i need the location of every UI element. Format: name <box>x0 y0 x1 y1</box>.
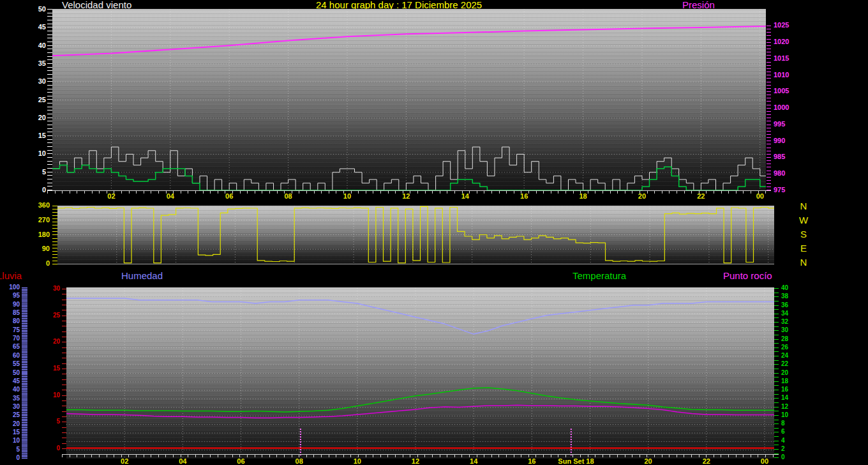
humidity-axis-tick-label: 80 <box>1 317 20 325</box>
temp-axis-tick-label: 24 <box>781 352 797 360</box>
wind-axis-tick-label: 10 <box>29 149 46 158</box>
compass-letter-n: N <box>798 201 809 211</box>
temp-axis-tick-label: 36 <box>781 301 797 309</box>
humidity-axis-tick-label: 75 <box>1 326 20 334</box>
wind-axis-tick-label: 25 <box>29 96 46 104</box>
hour-tick-label: 08 <box>281 192 296 201</box>
temp-axis-tick-label: 34 <box>781 310 797 317</box>
rain-axis-tick-label: 0 <box>41 445 60 452</box>
pressure-axis-tick-label: 1015 <box>774 54 795 63</box>
direction-axis-tick-label: 270 <box>31 216 50 224</box>
humidity-axis-tick-label: 90 <box>1 301 20 309</box>
temp-axis-tick-label: 38 <box>781 293 797 300</box>
sunset-label: Sun Set <box>552 457 590 465</box>
humidity-axis-tick-label: 45 <box>1 377 20 385</box>
temp-axis-tick-label: 0 <box>781 454 797 461</box>
rain-axis-tick-label: 25 <box>41 312 60 319</box>
pressure-right-axis-ruler <box>767 26 771 190</box>
hour-tick-label: 10 <box>340 192 355 201</box>
hour-tick-label: 00 <box>757 457 772 465</box>
compass-letter-w: W <box>798 215 809 225</box>
wind-axis-tick-label: 15 <box>29 132 46 140</box>
direction-axis-tick-label: 0 <box>31 259 50 268</box>
temp-axis-tick-label: 40 <box>781 284 797 292</box>
hour-tick-label: 20 <box>634 192 650 201</box>
pressure-axis-tick-label: 990 <box>774 137 795 145</box>
compass-letter-s: S <box>798 229 809 240</box>
rain-left-axis-ruler <box>62 289 66 450</box>
dew-point-label: Punto rocío <box>723 271 772 280</box>
humidity-axis-tick-label: 65 <box>1 343 20 351</box>
temp-axis-tick-label: 10 <box>781 411 797 419</box>
hour-tick-label: 00 <box>752 192 768 201</box>
humidity-axis-tick-label: 60 <box>1 352 20 360</box>
hour-tick-label: 18 <box>576 192 591 201</box>
temp-axis-tick-label: 32 <box>781 318 797 326</box>
humidity-axis-tick-label: 55 <box>1 360 20 368</box>
wind-axis-tick-label: 50 <box>29 5 46 13</box>
temp-axis-tick-label: 14 <box>781 394 797 402</box>
hour-tick-label: 20 <box>641 457 656 465</box>
graph-title: 24 hour graph day : 17 Diciembre 2025 <box>316 0 482 10</box>
pressure-axis-tick-label: 975 <box>774 186 795 194</box>
hour-tick-label: 16 <box>524 457 539 465</box>
pressure-axis-tick-label: 985 <box>774 153 795 161</box>
hour-tick-label: 06 <box>221 192 237 201</box>
humidity-axis-tick-label: 20 <box>1 420 20 428</box>
wind-axis-tick-label: 40 <box>29 42 46 50</box>
temp-axis-tick-label: 6 <box>781 428 797 436</box>
temp-axis-tick-label: 12 <box>781 403 797 411</box>
wind-axis-tick-label: 5 <box>29 168 46 176</box>
pressure-axis-tick-label: 1005 <box>774 87 795 95</box>
hour-tick-label: 14 <box>466 457 481 465</box>
rain-axis-tick-label: 10 <box>41 392 60 399</box>
rain-axis-tick-label: 15 <box>41 365 60 372</box>
rain-label: Lluvia <box>0 271 22 280</box>
humidity-left-axis-ruler <box>22 287 27 459</box>
hour-tick-label: 04 <box>163 192 178 201</box>
temp-axis-tick-label: 22 <box>781 360 797 368</box>
direction-left-axis-ruler <box>52 206 57 264</box>
direction-axis-tick-label: 180 <box>31 231 50 239</box>
humidity-label: Humedad <box>121 271 163 280</box>
temp-axis-tick-label: 30 <box>781 326 797 334</box>
compass-letter-e: E <box>798 243 809 254</box>
humidity-axis-tick-label: 40 <box>1 386 20 393</box>
hour-tick-label: 22 <box>693 192 708 201</box>
hour-tick-label: 22 <box>699 457 714 465</box>
humidity-axis-tick-label: 85 <box>1 309 20 317</box>
temp-axis-tick-label: 16 <box>781 386 797 393</box>
direction-axis-tick-label: 90 <box>31 245 50 253</box>
humidity-axis-tick-label: 0 <box>1 454 20 462</box>
temp-axis-tick-label: 26 <box>781 344 797 351</box>
hour-tick-label: 02 <box>117 457 132 465</box>
rain-axis-tick-label: 5 <box>41 418 60 425</box>
humidity-axis-tick-label: 15 <box>1 429 20 436</box>
hour-tick-label: 14 <box>458 192 473 201</box>
pressure-axis-tick-label: 1000 <box>774 103 795 112</box>
temp-axis-tick-label: 2 <box>781 445 797 453</box>
humidity-axis-tick-label: 25 <box>1 411 20 419</box>
hour-tick-label: 12 <box>398 192 414 201</box>
humidity-axis-tick-label: 30 <box>1 403 20 411</box>
humidity-axis-tick-label: 70 <box>1 335 20 342</box>
pressure-axis-tick-label: 1025 <box>774 21 795 29</box>
pressure-axis-tick-label: 995 <box>774 120 795 128</box>
humidity-axis-tick-label: 35 <box>1 395 20 402</box>
pressure-label: Presión <box>682 0 715 10</box>
hour-tick-label: 12 <box>408 457 423 465</box>
wind-direction-plot <box>57 206 774 264</box>
humidity-axis-tick-label: 10 <box>1 437 20 445</box>
pressure-axis-tick-label: 980 <box>774 169 795 178</box>
hour-tick-label: 16 <box>516 192 532 201</box>
temp-axis-tick-label: 8 <box>781 420 797 427</box>
hour-tick-label: 08 <box>292 457 307 465</box>
wind-axis-tick-label: 45 <box>29 23 46 31</box>
hour-tick-label: 06 <box>233 457 248 465</box>
humidity-axis-tick-label: 5 <box>1 446 20 454</box>
rain-humidity-temp-dew-plot <box>66 287 774 459</box>
pressure-axis-tick-label: 1020 <box>774 38 795 46</box>
wind-speed-label: Velocidad viento <box>62 0 131 10</box>
direction-axis-tick-label: 360 <box>31 201 50 210</box>
hour-tick-label: 10 <box>350 457 365 465</box>
